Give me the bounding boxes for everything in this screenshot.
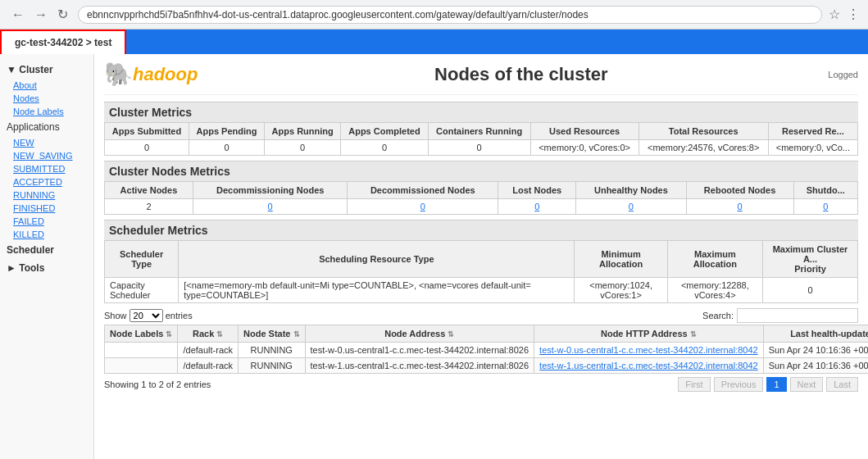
sidebar-item-submitted[interactable]: SUBMITTED bbox=[0, 162, 93, 175]
sidebar-applications[interactable]: Applications bbox=[0, 118, 93, 136]
hadoop-text: hadoop bbox=[133, 64, 198, 85]
cnm-header-4: Unhealthy Nodes bbox=[576, 182, 686, 199]
unhealthy-link[interactable]: 0 bbox=[629, 202, 634, 211]
sort-icon-rack[interactable]: ⇅ bbox=[216, 330, 223, 339]
sidebar-item-finished[interactable]: FINISHED bbox=[0, 202, 93, 215]
rebooted-link[interactable]: 0 bbox=[738, 202, 743, 211]
active-tab[interactable]: gc-test-344202 > test bbox=[0, 30, 126, 54]
node-cell-0-1: /default-rack bbox=[178, 343, 239, 358]
sm-priority: 0 bbox=[762, 278, 857, 303]
bookmark-icon[interactable]: ☆ bbox=[829, 7, 840, 22]
table-row: /default-rackRUNNINGtest-w-0.us-central1… bbox=[105, 343, 869, 358]
cnm-val-6: 0 bbox=[793, 199, 857, 215]
browser-bar: ← → ↻ ☆ ⋮ bbox=[0, 0, 868, 30]
show-entries-bar: Show 20 50 100 entries Search: bbox=[104, 308, 858, 323]
browser-actions: ☆ ⋮ bbox=[829, 7, 860, 22]
forward-button[interactable]: → bbox=[31, 5, 51, 24]
showing-text: Showing 1 to 2 of 2 entries bbox=[104, 379, 211, 389]
cnm-header-0: Active Nodes bbox=[105, 182, 193, 199]
entries-select[interactable]: 20 50 100 bbox=[130, 309, 163, 322]
tab-bar: gc-test-344202 > test bbox=[0, 30, 868, 54]
cm-val-4: 0 bbox=[428, 140, 530, 156]
sidebar: ▼ Cluster About Nodes Node Labels Applic… bbox=[0, 54, 94, 459]
sm-type: CapacityScheduler bbox=[105, 278, 179, 303]
sort-icon-address[interactable]: ⇅ bbox=[448, 330, 454, 339]
nt-header-labels: Node Labels ⇅ bbox=[105, 325, 178, 343]
node-cell-1-5: Sun Apr 24 10:16:36 +0000 2022 bbox=[763, 358, 868, 374]
next-button[interactable]: Next bbox=[790, 377, 824, 392]
cnm-val-1: 0 bbox=[193, 199, 347, 215]
sidebar-cluster[interactable]: ▼ Cluster bbox=[0, 61, 93, 79]
back-button[interactable]: ← bbox=[8, 5, 28, 24]
cm-header-4: Containers Running bbox=[428, 123, 530, 140]
cm-val-6: <memory:24576, vCores:8> bbox=[639, 140, 768, 156]
cluster-metrics-table: Apps Submitted Apps Pending Apps Running… bbox=[104, 122, 858, 156]
sidebar-item-new[interactable]: NEW bbox=[0, 136, 93, 149]
page-1-button[interactable]: 1 bbox=[766, 377, 786, 392]
sm-max-alloc: <memory:12288,vCores:4> bbox=[667, 278, 762, 303]
sort-icon-http[interactable]: ⇅ bbox=[690, 330, 697, 339]
sidebar-tools[interactable]: ► Tools bbox=[0, 259, 93, 277]
node-cell-1-1: /default-rack bbox=[178, 358, 239, 374]
url-bar[interactable] bbox=[78, 6, 822, 24]
last-button[interactable]: Last bbox=[826, 377, 858, 392]
lost-link[interactable]: 0 bbox=[534, 202, 539, 211]
logged-in-text: Logged bbox=[828, 70, 858, 80]
sidebar-item-node-labels[interactable]: Node Labels bbox=[0, 105, 93, 118]
sidebar-item-new-saving[interactable]: NEW_SAVING bbox=[0, 149, 93, 162]
entries-control: Show 20 50 100 entries bbox=[104, 309, 193, 322]
cm-val-0: 0 bbox=[105, 140, 189, 156]
sm-header-1: Scheduling Resource Type bbox=[179, 241, 575, 278]
cm-header-1: Apps Pending bbox=[189, 123, 265, 140]
sm-header-4: Maximum Cluster A...Priority bbox=[762, 241, 857, 278]
sidebar-item-nodes[interactable]: Nodes bbox=[0, 92, 93, 105]
sort-icon-labels[interactable]: ⇅ bbox=[166, 330, 172, 339]
cm-val-5: <memory:0, vCores:0> bbox=[530, 140, 639, 156]
table-row: /default-rackRUNNINGtest-w-1.us-central1… bbox=[105, 358, 869, 374]
nt-header-address: Node Address ⇅ bbox=[305, 325, 534, 343]
cnm-header-3: Lost Nodes bbox=[498, 182, 576, 199]
decommissioning-link[interactable]: 0 bbox=[268, 202, 273, 211]
sidebar-item-killed[interactable]: KILLED bbox=[0, 228, 93, 241]
sort-icon-state[interactable]: ⇅ bbox=[293, 330, 300, 339]
shutdown-link[interactable]: 0 bbox=[823, 202, 828, 211]
cm-val-7: <memory:0, vCo... bbox=[768, 140, 857, 156]
nt-header-health: Last health-update ⇅ bbox=[763, 325, 868, 343]
sidebar-item-accepted[interactable]: ACCEPTED bbox=[0, 175, 93, 189]
cm-header-7: Reserved Re... bbox=[768, 123, 857, 140]
cm-header-2: Apps Running bbox=[265, 123, 341, 140]
http-link-1[interactable]: test-w-1.us-central1-c.c.mec-test-344202… bbox=[539, 361, 758, 370]
cnm-val-5: 0 bbox=[686, 199, 793, 215]
search-box: Search: bbox=[702, 308, 858, 323]
scheduler-metrics-title: Scheduler Metrics bbox=[104, 220, 858, 240]
sidebar-item-running[interactable]: RUNNING bbox=[0, 189, 93, 202]
sm-header-3: Maximum Allocation bbox=[667, 241, 762, 278]
http-link-0[interactable]: test-w-0.us-central1-c.c.mec-test-344202… bbox=[539, 345, 758, 355]
decommissioned-link[interactable]: 0 bbox=[420, 202, 425, 211]
browser-navigation[interactable]: ← → ↻ bbox=[8, 5, 71, 24]
cnm-val-3: 0 bbox=[498, 199, 576, 215]
search-label: Search: bbox=[702, 311, 734, 320]
sidebar-item-about[interactable]: About bbox=[0, 79, 93, 92]
entries-label: entries bbox=[166, 311, 193, 320]
search-input[interactable] bbox=[737, 308, 858, 323]
scheduler-metrics-table: Scheduler Type Scheduling Resource Type … bbox=[104, 240, 858, 303]
sm-resource-type: [<name=memory-mb default-unit=Mi type=CO… bbox=[179, 278, 575, 303]
reload-button[interactable]: ↻ bbox=[54, 5, 71, 24]
menu-icon[interactable]: ⋮ bbox=[847, 7, 860, 22]
cm-header-6: Total Resources bbox=[639, 123, 768, 140]
cnm-header-2: Decommissioned Nodes bbox=[348, 182, 498, 199]
first-button[interactable]: First bbox=[678, 377, 710, 392]
previous-button[interactable]: Previous bbox=[714, 377, 764, 392]
sidebar-scheduler[interactable]: Scheduler bbox=[0, 241, 93, 259]
main-container: ▼ Cluster About Nodes Node Labels Applic… bbox=[0, 54, 868, 459]
cm-val-1: 0 bbox=[189, 140, 265, 156]
sm-min-alloc: <memory:1024,vCores:1> bbox=[575, 278, 667, 303]
cnm-header-5: Rebooted Nodes bbox=[686, 182, 793, 199]
node-cell-1-4: test-w-1.us-central1-c.c.mec-test-344202… bbox=[534, 358, 764, 374]
cm-header-0: Apps Submitted bbox=[105, 123, 189, 140]
show-label: Show bbox=[104, 311, 127, 320]
sidebar-item-failed[interactable]: FAILED bbox=[0, 215, 93, 228]
table-footer: Showing 1 to 2 of 2 entries First Previo… bbox=[104, 377, 858, 392]
node-cell-0-5: Sun Apr 24 10:16:36 +0000 2022 bbox=[763, 343, 868, 358]
